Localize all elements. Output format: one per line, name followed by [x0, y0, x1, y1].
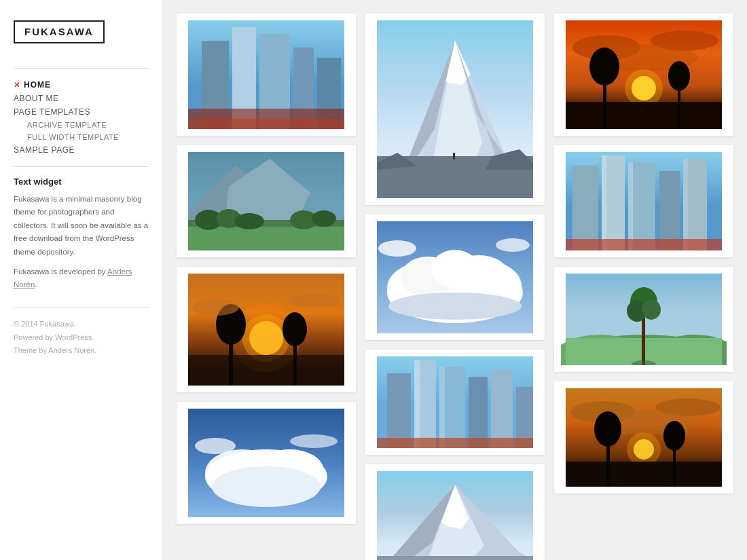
svg-rect-73: [377, 556, 533, 560]
svg-point-55: [388, 293, 522, 320]
nav-archive-template[interactable]: ARCHIVE TEMPLATE: [14, 119, 149, 131]
svg-point-84: [668, 61, 690, 91]
svg-point-36: [290, 434, 338, 448]
photo-card-valley[interactable]: [177, 145, 356, 257]
mountain-2-container: Blantyre House: [372, 471, 538, 560]
svg-point-35: [195, 438, 236, 454]
grid-column-1: [177, 14, 356, 560]
svg-point-29: [287, 294, 341, 307]
svg-point-110: [627, 432, 661, 466]
sidebar: FUKASAWA ✕ HOME ABOUT ME PAGE TEMPLATES …: [0, 0, 163, 560]
svg-rect-111: [566, 462, 722, 487]
nav-about-me[interactable]: ABOUT ME: [14, 92, 149, 105]
widget-paragraph-2: Fukasawa is developed by Anders Norén.: [14, 265, 149, 291]
svg-rect-80: [566, 102, 722, 129]
footer-theme: Theme by Anders Norén.: [14, 344, 149, 358]
photo-city-2-img: [561, 152, 727, 250]
svg-rect-65: [414, 360, 420, 448]
footer: © 2014 Fukasawa. Powered by WordPress. T…: [14, 318, 149, 358]
photo-valley-img: [183, 152, 349, 250]
photo-card-sunset-1[interactable]: [177, 267, 356, 392]
photo-green-hill-img: [561, 274, 727, 365]
photo-sunset-3-img: [561, 388, 727, 487]
photo-card-mountain-2[interactable]: Blantyre House: [365, 464, 545, 560]
photo-clouds-2-img: [183, 409, 349, 517]
photo-card-mountain[interactable]: [365, 14, 545, 205]
logo-container: FUKASAWA: [14, 20, 149, 58]
svg-point-28: [192, 299, 239, 316]
footer-powered: Powered by WordPress.: [14, 331, 149, 345]
svg-point-34: [212, 466, 321, 507]
photo-card-city-glass[interactable]: [365, 350, 545, 455]
photo-sunset-1-img: [183, 274, 349, 386]
svg-point-56: [378, 240, 416, 257]
svg-rect-67: [377, 438, 533, 448]
svg-rect-86: [572, 166, 598, 250]
svg-rect-13: [188, 227, 344, 250]
photo-card-green-hill[interactable]: [554, 267, 733, 372]
photo-sunset-2-img: [561, 20, 727, 129]
svg-rect-92: [628, 162, 633, 250]
svg-point-27: [283, 312, 307, 346]
photo-grid: Blantyre House: [177, 14, 733, 560]
svg-point-18: [312, 210, 336, 227]
photo-city-1-img: [183, 20, 349, 129]
svg-point-115: [663, 421, 685, 451]
svg-rect-23: [188, 355, 344, 386]
widget-paragraph-1: Fukasawa is a minimal masonry blog theme…: [14, 192, 149, 258]
logo[interactable]: FUKASAWA: [14, 20, 105, 43]
svg-rect-8: [188, 119, 344, 129]
svg-point-57: [496, 238, 530, 252]
active-marker: ✕: [14, 81, 20, 90]
main-nav: ✕ HOME ABOUT ME PAGE TEMPLATES ARCHIVE T…: [14, 78, 149, 157]
svg-rect-91: [602, 155, 606, 250]
photo-card-city-2[interactable]: [554, 145, 733, 257]
photo-card-clouds-2[interactable]: [177, 402, 356, 524]
nav-home[interactable]: ✕ HOME: [14, 78, 149, 92]
widget-title: Text widget: [14, 176, 149, 187]
nav-full-width-template[interactable]: FULL WIDTH TEMPLATE: [14, 131, 149, 143]
main-content: Blantyre House: [163, 0, 747, 560]
svg-point-79: [625, 69, 663, 107]
grid-column-3: [554, 14, 733, 560]
divider-1: [14, 68, 149, 69]
svg-rect-93: [683, 159, 688, 250]
svg-rect-94: [566, 239, 722, 250]
svg-point-113: [594, 411, 621, 447]
nav-sample-page[interactable]: SAMPLE PAGE: [14, 143, 149, 157]
divider-2: [14, 166, 149, 167]
photo-mountain-img: [372, 20, 538, 198]
photo-clouds-1-img: [372, 221, 538, 333]
grid-column-2: Blantyre House: [365, 14, 545, 560]
text-widget: Text widget Fukasawa is a minimal masonr…: [14, 176, 149, 298]
footer-copyright: © 2014 Fukasawa.: [14, 318, 149, 331]
svg-point-16: [234, 213, 264, 229]
svg-rect-46: [453, 153, 455, 160]
photo-city-glass-img: [372, 356, 538, 448]
photo-card-sunset-2[interactable]: [554, 14, 733, 136]
nav-page-templates[interactable]: PAGE TEMPLATES: [14, 105, 149, 119]
svg-point-54: [431, 250, 479, 288]
photo-card-city-1[interactable]: [177, 14, 356, 136]
svg-rect-59: [387, 373, 411, 448]
svg-point-82: [589, 48, 619, 86]
svg-rect-89: [659, 171, 680, 250]
photo-card-clouds-1[interactable]: [365, 214, 545, 340]
photo-mountain-2-img: [372, 471, 538, 560]
svg-rect-63: [491, 370, 513, 448]
photo-card-sunset-3[interactable]: [554, 381, 733, 493]
svg-rect-62: [469, 377, 488, 448]
svg-rect-66: [439, 367, 445, 448]
svg-point-103: [642, 299, 661, 320]
divider-3: [14, 307, 149, 308]
logo-text: FUKASAWA: [24, 26, 94, 37]
